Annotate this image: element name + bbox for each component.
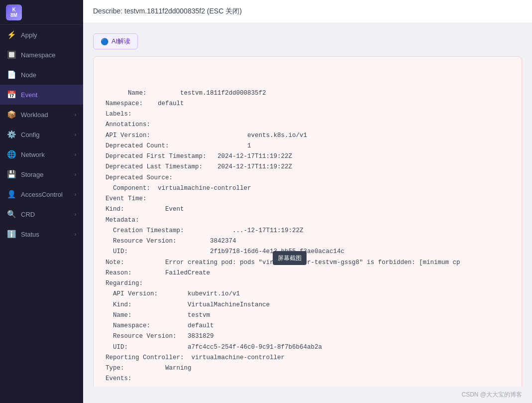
config-icon: ⚙️ <box>7 130 16 139</box>
chevron-icon-status: › <box>75 232 76 237</box>
status-icon: ℹ️ <box>7 230 16 239</box>
page-title: Describe: testvm.1811f2dd000835f2 (ESC 关… <box>83 0 532 23</box>
sidebar-item-label-workload: Workload <box>21 111 70 119</box>
ai-button-label: AI解读 <box>111 37 130 46</box>
apply-icon: ⚡ <box>7 30 16 39</box>
event-icon: 📅 <box>7 90 16 99</box>
content-area: 🔵 AI解读 屏幕截图 Name: testvm.1811f2dd000835f… <box>83 23 532 387</box>
sidebar-item-label-storage: Storage <box>21 171 70 178</box>
describe-content: 屏幕截图 Name: testvm.1811f2dd000835f2 Names… <box>93 56 522 387</box>
chevron-icon-network: › <box>75 152 76 157</box>
sidebar-item-node[interactable]: 📄Node <box>0 65 83 85</box>
workload-icon: 📦 <box>7 110 16 119</box>
sidebar-item-event[interactable]: 📅Event <box>0 85 83 105</box>
logo-icon: K8M <box>6 4 22 20</box>
chevron-icon-crd: › <box>75 212 76 217</box>
sidebar-item-label-node: Node <box>21 71 76 79</box>
sidebar: K8M ⚡Apply🔲Namespace📄Node📅Event📦Workload… <box>0 0 83 403</box>
storage-icon: 💾 <box>7 170 16 179</box>
node-icon: 📄 <box>7 70 16 79</box>
sidebar-item-storage[interactable]: 💾Storage› <box>0 164 83 184</box>
chevron-icon-storage: › <box>75 172 76 177</box>
sidebar-item-label-apply: Apply <box>21 31 76 39</box>
watermark: CSDN @大大宝的博客 <box>83 387 532 403</box>
sidebar-item-label-network: Network <box>21 151 70 158</box>
chevron-icon-workload: › <box>75 112 76 118</box>
crd-icon: 🔍 <box>7 210 16 219</box>
sidebar-item-namespace[interactable]: 🔲Namespace <box>0 45 83 65</box>
logo: K8M <box>0 0 83 25</box>
sidebar-item-network[interactable]: 🌐Network› <box>0 144 83 164</box>
tooltip-popup: 屏幕截图 <box>273 251 307 265</box>
accesscontrol-icon: 👤 <box>7 190 16 199</box>
sidebar-item-label-accesscontrol: AccessControl <box>21 191 70 198</box>
chevron-icon-config: › <box>75 132 76 137</box>
sidebar-item-label-config: Config <box>21 131 70 138</box>
chevron-icon-accesscontrol: › <box>75 192 76 197</box>
describe-text: Name: testvm.1811f2dd000835f2 Namespace:… <box>106 90 460 383</box>
ai-icon: 🔵 <box>101 38 108 45</box>
sidebar-item-workload[interactable]: 📦Workload› <box>0 105 83 125</box>
ai-interpret-button[interactable]: 🔵 AI解读 <box>93 33 138 49</box>
network-icon: 🌐 <box>7 150 16 159</box>
sidebar-item-status[interactable]: ℹ️Status› <box>0 224 83 244</box>
namespace-icon: 🔲 <box>7 50 16 59</box>
sidebar-item-label-event: Event <box>21 91 76 99</box>
sidebar-item-accesscontrol[interactable]: 👤AccessControl› <box>0 184 83 204</box>
sidebar-item-label-status: Status <box>21 231 70 238</box>
sidebar-item-apply[interactable]: ⚡Apply <box>0 25 83 45</box>
sidebar-item-label-namespace: Namespace <box>21 51 76 59</box>
sidebar-item-crd[interactable]: 🔍CRD› <box>0 204 83 224</box>
sidebar-item-config[interactable]: ⚙️Config› <box>0 125 83 144</box>
main-content: Describe: testvm.1811f2dd000835f2 (ESC 关… <box>83 0 532 403</box>
sidebar-item-label-crd: CRD <box>21 211 70 218</box>
